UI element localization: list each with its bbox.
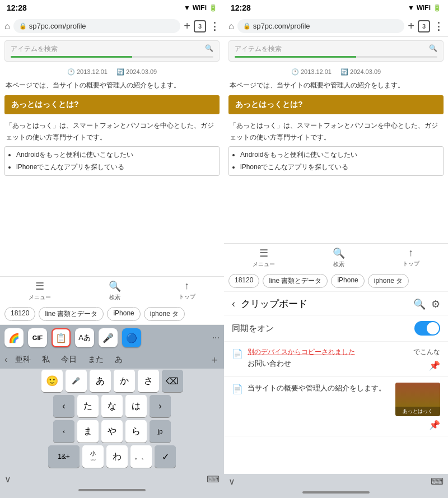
key-ka[interactable]: か — [114, 370, 135, 392]
web-content-left: アイテムを検索 🔍 🕐 2013.12.01 🔄 2024.03.09 本ページ… — [0, 37, 224, 276]
clip-thumbnail-2: あっとはっく — [395, 383, 440, 416]
sync-toggle[interactable] — [414, 321, 440, 336]
tab-count-right[interactable]: 3 — [418, 20, 430, 32]
translate-tool-left[interactable]: Aあ — [75, 328, 94, 347]
gif-tool-left[interactable]: GIF — [28, 328, 47, 347]
article-meta-left: 🕐 2013.12.01 🔄 2024.03.09 — [0, 65, 224, 78]
clip-doc-icon-2: 📄 — [232, 384, 243, 430]
nav-search-right[interactable]: 🔍 検索 — [333, 247, 345, 268]
pred-word-2[interactable]: 私 — [39, 353, 53, 366]
key-wa[interactable]: わ — [106, 445, 128, 468]
clipboard-tool-left[interactable]: 📋 — [52, 328, 71, 347]
key-ha[interactable]: は — [125, 395, 147, 417]
prediction-bar-left: ‹ 亜科 私 今日 また あ ＋ — [0, 351, 224, 369]
key-numbers[interactable]: 1&+ — [48, 445, 80, 468]
clipboard-item-2[interactable]: 📄 当サイトの概要や管理人の紹介をします。 あっとはっく 📌 — [224, 377, 448, 436]
top-nav-icon-left: ↑ — [184, 280, 189, 292]
clipboard-search-icon[interactable]: 🔍 — [413, 298, 426, 310]
clipboard-settings-icon[interactable]: ⚙ — [431, 298, 440, 310]
key-period[interactable]: 。、 — [130, 445, 152, 468]
nav-menu-left[interactable]: ☰ メニュー — [29, 280, 51, 301]
pred-word-5[interactable]: あ — [111, 353, 126, 366]
key-ta[interactable]: た — [77, 395, 99, 417]
wifi-icon-right: WiFi — [417, 4, 431, 12]
tag-iphone-cap-right[interactable]: iPhone — [331, 274, 364, 288]
signal-icon-right: ▼ — [408, 4, 414, 12]
key-arrow-right[interactable]: › — [150, 395, 171, 417]
home-icon-right[interactable]: ⌂ — [228, 21, 234, 31]
article-intro-right: 本ページでは、当サイトの概要や管理人の紹介をします。 — [224, 78, 448, 95]
tag-iphone-lower-left[interactable]: iphone タ — [144, 307, 185, 321]
key-ra[interactable]: ら — [125, 420, 147, 443]
tab-count-left[interactable]: 3 — [194, 20, 206, 32]
chevron-down-icon-right[interactable]: ∨ — [228, 476, 235, 487]
key-smiley[interactable]: 🙂 — [41, 370, 63, 392]
key-langle[interactable]: ‹ — [53, 420, 74, 443]
pred-word-1[interactable]: 亜科 — [12, 353, 34, 366]
pred-word-4[interactable]: また — [85, 353, 107, 366]
progress-bar-left — [11, 56, 213, 58]
address-bar-left[interactable]: 🔒 sp7pc.com/profile — [13, 19, 181, 33]
clip-right-side-2: あっとはっく 📌 — [395, 383, 440, 430]
bullet-item-1-right: Androidをもっと便利に使いこなしたい — [240, 149, 437, 161]
tag-line-right[interactable]: line 書類とデータ — [263, 274, 328, 288]
clip-content-1: 別のデバイスからコピーされました お問い合わせ — [248, 347, 409, 371]
key-sa[interactable]: さ — [138, 370, 159, 392]
key-arrow-left[interactable]: ‹ — [53, 395, 74, 417]
key-jp[interactable]: jp — [150, 420, 171, 443]
page-search-left[interactable]: アイテムを検索 🔍 — [4, 40, 220, 62]
keyboard-toolbar-left: 🌈 GIF 📋 Aあ 🎤 🔵 ··· — [0, 325, 224, 351]
keyboard-hide-icon-right[interactable]: ⌨ — [431, 476, 444, 487]
new-tab-button-right[interactable]: + — [408, 20, 414, 32]
key-small[interactable]: 小○○ — [82, 445, 104, 468]
home-icon-left[interactable]: ⌂ — [4, 21, 10, 31]
page-search-right[interactable]: アイテムを検索 🔍 — [228, 40, 444, 62]
nav-top-right[interactable]: ↑ トップ — [403, 247, 419, 268]
left-phone-panel: 12:28 ▼ WiFi 🔋 ⌂ 🔒 sp7pc.com/profile + 3… — [0, 0, 224, 498]
key-ya[interactable]: や — [101, 420, 123, 443]
tag-line-left[interactable]: line 書類とデータ — [39, 307, 104, 321]
tag-18120-right[interactable]: 18120 — [228, 274, 259, 288]
nav-menu-label-right: メニュー — [253, 260, 275, 268]
pred-add-btn[interactable]: ＋ — [209, 353, 220, 366]
voice-tool-left[interactable]: 🎤 — [99, 328, 118, 347]
address-bar-right[interactable]: 🔒 sp7pc.com/profile — [237, 19, 405, 33]
section-title-right: あっとはっくとは? — [228, 95, 444, 114]
chevron-down-icon-left[interactable]: ∨ — [4, 474, 11, 485]
status-icons-right: ▼ WiFi 🔋 — [408, 4, 441, 12]
more-menu-right[interactable]: ⋮ — [433, 20, 444, 32]
address-text-right: sp7pc.com/profile — [253, 22, 310, 30]
pred-left-arrow[interactable]: ‹ — [4, 355, 7, 365]
tag-iphone-cap-left[interactable]: iPhone — [107, 307, 140, 321]
emoji-tool-left[interactable]: 🌈 — [4, 328, 24, 347]
battery-icon-left: 🔋 — [209, 4, 217, 12]
keyboard-hide-icon-left[interactable]: ⌨ — [207, 474, 220, 485]
clipboard-back-button[interactable]: ‹ — [232, 298, 235, 310]
wifi-icon-left: WiFi — [193, 4, 207, 12]
clip-pin-icon-2[interactable]: 📌 — [429, 420, 440, 430]
search-nav-icon-right: 🔍 — [333, 247, 345, 259]
clip-pin-icon-1[interactable]: 📌 — [429, 360, 440, 371]
key-a[interactable]: あ — [90, 370, 111, 392]
nav-menu-label-left: メニュー — [29, 294, 51, 301]
status-bar-right: 12:28 ▼ WiFi 🔋 — [224, 0, 448, 16]
key-na[interactable]: な — [101, 395, 123, 417]
clipboard-item-1[interactable]: 📄 別のデバイスからコピーされました お問い合わせ でこんな 📌 — [224, 342, 448, 377]
bullet-list-right: Androidをもっと便利に使いこなしたい iPhoneでこんなアプリを探してい… — [228, 146, 444, 176]
key-backspace[interactable]: ⌫ — [162, 370, 183, 392]
key-confirm[interactable]: ✓ — [155, 445, 176, 468]
nav-search-left[interactable]: 🔍 検索 — [109, 280, 121, 301]
pred-word-3[interactable]: 今日 — [58, 353, 80, 366]
tag-18120-left[interactable]: 18120 — [4, 307, 35, 321]
more-menu-left[interactable]: ⋮ — [209, 20, 220, 32]
bullet-item-1-left: Androidをもっと便利に使いこなしたい — [16, 149, 213, 161]
clip-content-2: 当サイトの概要や管理人の紹介をします。 — [248, 383, 391, 430]
tag-iphone-lower-right[interactable]: iphone タ — [368, 274, 409, 288]
key-voice-small[interactable]: 🎤 — [66, 370, 87, 392]
new-tab-button-left[interactable]: + — [184, 20, 190, 32]
key-ma[interactable]: ま — [77, 420, 99, 443]
more-tools-left[interactable]: ··· — [212, 333, 220, 343]
nav-menu-right[interactable]: ☰ メニュー — [253, 247, 275, 268]
location-tool-left[interactable]: 🔵 — [122, 328, 141, 347]
nav-top-left[interactable]: ↑ トップ — [179, 280, 195, 301]
